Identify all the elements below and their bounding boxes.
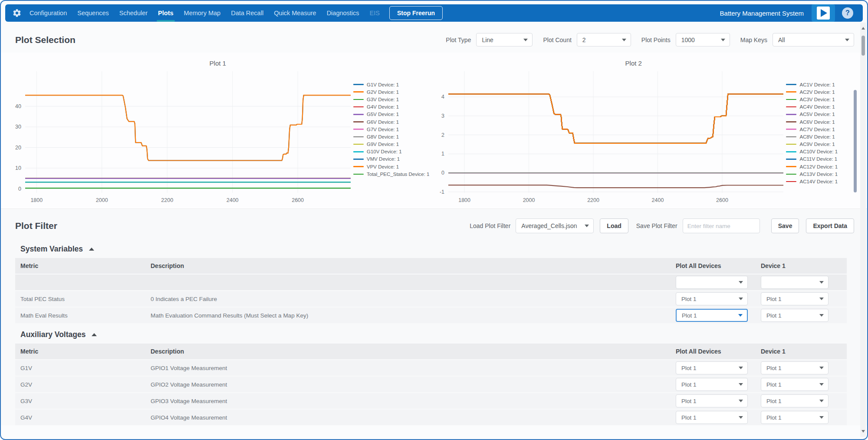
nav-item-plots[interactable]: Plots — [158, 4, 173, 22]
legend-line-swatch — [353, 99, 364, 100]
device-1-select-g2v[interactable]: Plot 1 — [761, 378, 829, 391]
plots-area: Plot 101020304018002000220024002600G1V D… — [1, 53, 867, 208]
plot-all-devices-select[interactable] — [676, 276, 748, 289]
legend-item-ac2v-device-1[interactable]: AC2V Device: 1 — [786, 88, 838, 96]
legend-item-g10v-device-1[interactable]: G10V Device: 1 — [353, 148, 429, 155]
legend-item-total-pec-status-device-1[interactable]: Total_PEC_Status Device: 1 — [353, 170, 429, 178]
chevron-down-icon — [739, 281, 743, 284]
nav-item-data-recall[interactable]: Data Recall — [231, 4, 263, 22]
legend-item-g1v-device-1[interactable]: G1V Device: 1 — [353, 81, 429, 88]
plot-points-value: 1000 — [681, 36, 717, 43]
legend-item-g2v-device-1[interactable]: G2V Device: 1 — [353, 88, 429, 96]
legend-item-g3v-device-1[interactable]: G3V Device: 1 — [353, 96, 429, 103]
nav-item-diagnostics[interactable]: Diagnostics — [327, 4, 359, 22]
series-line-ac6v-device-1 — [448, 185, 783, 188]
legend-line-swatch — [786, 99, 796, 100]
legend-item-ac5v-device-1[interactable]: AC5V Device: 1 — [786, 111, 838, 118]
plot-points-select[interactable]: 1000 — [676, 33, 730, 46]
legend-item-ac14v-device-1[interactable]: AC14V Device: 1 — [786, 178, 838, 185]
scroll-up-icon[interactable] — [860, 25, 866, 31]
nav-item-sequences[interactable]: Sequences — [77, 4, 109, 22]
svg-text:40: 40 — [15, 103, 21, 109]
legend-item-ac1v-device-1[interactable]: AC1V Device: 1 — [786, 81, 838, 88]
plot-type-select[interactable]: Line — [476, 33, 533, 46]
legend-item-vmv-device-1[interactable]: VMV Device: 1 — [353, 155, 429, 163]
chevron-down-icon — [819, 314, 824, 317]
chart-canvas-plot-1[interactable]: 01020304018002000220024002600 — [6, 68, 353, 206]
plot-filter-controls: Load Plot Filter Averaged_Cells.json Loa… — [470, 218, 854, 233]
legend-line-swatch — [353, 144, 364, 145]
legend-item-ac4v-device-1[interactable]: AC4V Device: 1 — [786, 103, 838, 111]
legend-item-g4v-device-1[interactable]: G4V Device: 1 — [353, 103, 429, 111]
plot-all-devices-select-g4v[interactable]: Plot 1 — [676, 411, 748, 424]
legend-item-ac6v-device-1[interactable]: AC6V Device: 1 — [786, 118, 838, 126]
nav-item-eis[interactable]: EIS — [370, 4, 380, 22]
legend-label: AC8V Device: 1 — [799, 134, 835, 139]
chart-canvas-plot-2[interactable]: -10123418002000220024002600 — [429, 68, 786, 206]
nav-item-scheduler[interactable]: Scheduler — [119, 4, 148, 22]
plot-all-devices-select-g1v[interactable]: Plot 1 — [676, 361, 748, 374]
device-1-select-g1v[interactable]: Plot 1 — [761, 361, 829, 374]
legend-item-g5v-device-1[interactable]: G5V Device: 1 — [353, 111, 429, 118]
legend-item-ac9v-device-1[interactable]: AC9V Device: 1 — [786, 141, 838, 148]
device-1-select[interactable] — [761, 276, 829, 289]
device-1-select-total-pec-status[interactable]: Plot 1 — [761, 292, 829, 305]
device-1-select-g3v[interactable]: Plot 1 — [761, 394, 829, 407]
page-scrollbar-thumb[interactable] — [861, 36, 865, 56]
app-title: Battery Management System — [720, 10, 804, 17]
chevron-down-icon — [819, 383, 824, 386]
description-cell: GPIO1 Voltage Measurement — [145, 365, 671, 371]
legend-item-ac3v-device-1[interactable]: AC3V Device: 1 — [786, 96, 838, 103]
plot-all-devices-select-math-eval-results[interactable]: Plot 1 — [676, 309, 748, 322]
legend-item-ac12v-device-1[interactable]: AC12V Device: 1 — [786, 163, 838, 170]
legend-line-swatch — [353, 84, 364, 85]
description-cell: Math Evaluation Command Results (Must Se… — [145, 312, 671, 319]
export-data-button[interactable]: Export Data — [806, 218, 854, 233]
save-button[interactable]: Save — [771, 218, 799, 233]
legend-item-g7v-device-1[interactable]: G7V Device: 1 — [353, 126, 429, 133]
nav-item-configuration[interactable]: Configuration — [30, 4, 67, 22]
gear-icon[interactable] — [12, 8, 22, 18]
svg-text:2200: 2200 — [161, 197, 173, 203]
collapse-icon[interactable] — [92, 333, 97, 336]
filter-name-input[interactable] — [683, 218, 760, 233]
device-1-select-g4v[interactable]: Plot 1 — [761, 411, 829, 424]
legend-item-ac13v-device-1[interactable]: AC13V Device: 1 — [786, 170, 838, 178]
legend-item-ac11v-device-1[interactable]: AC11V Device: 1 — [786, 155, 838, 163]
legend-item-vpv-device-1[interactable]: VPV Device: 1 — [353, 163, 429, 170]
column-header-plot-all-devices: Plot All Devices — [671, 348, 756, 355]
legend-label: Total_PEC_Status Device: 1 — [367, 172, 429, 177]
nav-item-quick-measure[interactable]: Quick Measure — [274, 4, 316, 22]
legend-item-g6v-device-1[interactable]: G6V Device: 1 — [353, 118, 429, 126]
plot-count-select[interactable]: 2 — [577, 33, 631, 46]
legend-item-g9v-device-1[interactable]: G9V Device: 1 — [353, 141, 429, 148]
scroll-down-icon[interactable] — [860, 428, 866, 434]
legend-item-g8v-device-1[interactable]: G8V Device: 1 — [353, 133, 429, 140]
series-line-ac10v-device-1 — [448, 94, 783, 143]
collapse-icon[interactable] — [89, 248, 94, 251]
device-1-select-math-eval-results[interactable]: Plot 1 — [761, 309, 829, 322]
plot-all-devices-select-g3v[interactable]: Plot 1 — [676, 394, 748, 407]
plot-all-devices-select-g2v[interactable]: Plot 1 — [676, 378, 748, 391]
load-plot-filter-select[interactable]: Averaged_Cells.json — [516, 218, 594, 233]
section-auxiliary-voltages: Auxiliary VoltagesMetricDescriptionPlot … — [15, 330, 847, 425]
legend-item-ac7v-device-1[interactable]: AC7V Device: 1 — [786, 126, 838, 133]
stop-freerun-button[interactable]: Stop Freerun — [389, 6, 443, 20]
section-heading-system-variables[interactable]: System Variables — [20, 245, 847, 254]
plots-scrollbar-thumb[interactable] — [854, 90, 857, 192]
svg-text:20: 20 — [15, 145, 21, 151]
nav-item-memory-map[interactable]: Memory Map — [184, 4, 221, 22]
legend-label: VPV Device: 1 — [367, 164, 399, 169]
plot-filter-section: Plot Filter Load Plot Filter Averaged_Ce… — [1, 208, 867, 425]
run-button[interactable] — [812, 4, 835, 22]
plot-count-label: Plot Count — [543, 36, 571, 43]
legend-line-swatch — [786, 181, 796, 182]
plot-all-devices-select-total-pec-status[interactable]: Plot 1 — [676, 292, 748, 305]
map-keys-select[interactable]: All — [773, 33, 854, 46]
legend-item-ac8v-device-1[interactable]: AC8V Device: 1 — [786, 133, 838, 140]
page-scrollbar[interactable] — [860, 23, 866, 437]
load-button[interactable]: Load — [600, 218, 628, 233]
section-heading-auxiliary-voltages[interactable]: Auxiliary Voltages — [20, 330, 847, 339]
help-icon[interactable]: ? — [842, 7, 853, 19]
legend-item-ac10v-device-1[interactable]: AC10V Device: 1 — [786, 148, 838, 155]
